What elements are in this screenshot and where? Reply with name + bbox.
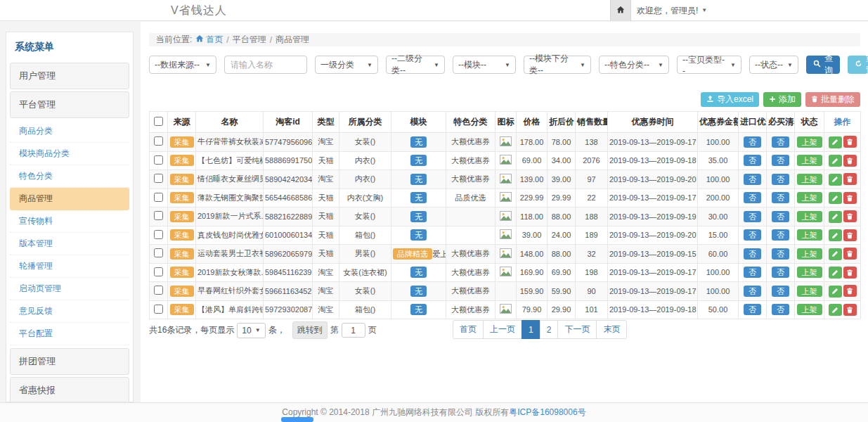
edit-button[interactable] <box>829 267 842 279</box>
icp-link[interactable]: 粤ICP备16098006号 <box>509 407 585 418</box>
delete-button[interactable] <box>843 192 857 204</box>
sidebar-item[interactable]: 意见反馈 <box>10 300 129 323</box>
row-checkbox[interactable] <box>154 155 163 165</box>
must-buy-toggle[interactable]: 否 <box>772 267 789 278</box>
row-checkbox[interactable] <box>154 193 163 202</box>
row-checkbox[interactable] <box>154 305 163 314</box>
delete-button[interactable] <box>843 267 857 279</box>
module-sub-category-select[interactable]: --模块下分类--▼ <box>524 56 591 74</box>
must-buy-toggle[interactable]: 否 <box>772 304 789 315</box>
edit-button[interactable] <box>829 304 842 316</box>
page-button[interactable]: 下一页 <box>557 320 597 339</box>
edit-button[interactable] <box>829 248 842 260</box>
status-button[interactable]: 上架 <box>797 155 822 166</box>
select-all-checkbox[interactable] <box>154 117 163 126</box>
sidebar-section[interactable]: 拼团管理 <box>10 348 129 375</box>
import-optimal-toggle[interactable]: 否 <box>744 192 761 203</box>
edit-button[interactable] <box>829 229 842 241</box>
reset-button[interactable]: 重置 <box>848 56 868 74</box>
level2-category-select[interactable]: --二级分类--▼ <box>386 56 445 74</box>
sidebar-item[interactable]: 启动页管理 <box>10 278 129 300</box>
must-buy-toggle[interactable]: 否 <box>772 286 789 297</box>
delete-button[interactable] <box>843 285 857 297</box>
delete-button[interactable] <box>843 304 857 316</box>
status-button[interactable]: 上架 <box>797 286 822 297</box>
page-button[interactable]: 末页 <box>596 320 627 339</box>
import-optimal-toggle[interactable]: 否 <box>744 155 761 166</box>
row-checkbox[interactable] <box>154 136 163 146</box>
jump-page-input[interactable] <box>342 323 365 338</box>
sidebar-item[interactable]: 商品管理 <box>10 188 129 210</box>
must-buy-toggle[interactable]: 否 <box>772 136 789 148</box>
sidebar-item[interactable]: 商品分类 <box>10 120 129 143</box>
sidebar-item[interactable]: 模块商品分类 <box>10 143 129 165</box>
breadcrumb-home-link[interactable]: 首页 <box>195 34 223 46</box>
import-optimal-toggle[interactable]: 否 <box>744 174 761 185</box>
import-optimal-toggle[interactable]: 否 <box>744 211 761 222</box>
edit-button[interactable] <box>829 155 842 167</box>
status-button[interactable]: 上架 <box>797 248 822 260</box>
sidebar-item[interactable]: 轮播管理 <box>10 255 129 278</box>
page-size-select[interactable]: 10 ▼ <box>237 323 265 338</box>
batch-delete-button[interactable]: 批量删除 <box>805 92 860 107</box>
delete-button[interactable] <box>843 229 857 241</box>
import-excel-button[interactable]: 导入excel <box>701 92 759 107</box>
level1-category-select[interactable]: 一级分类▼ <box>315 56 378 74</box>
delete-button[interactable] <box>843 136 857 148</box>
edit-button[interactable] <box>829 211 842 223</box>
status-button[interactable]: 上架 <box>797 267 822 278</box>
row-checkbox[interactable] <box>154 267 163 276</box>
delete-button[interactable] <box>843 210 857 222</box>
row-checkbox[interactable] <box>154 248 163 257</box>
status-button[interactable]: 上架 <box>797 174 822 185</box>
import-optimal-toggle[interactable]: 否 <box>744 304 761 315</box>
import-optimal-toggle[interactable]: 否 <box>744 267 761 278</box>
sidebar-item[interactable]: 版本管理 <box>10 233 129 255</box>
sidebar-section[interactable]: 平台管理 <box>10 91 129 118</box>
row-checkbox[interactable] <box>154 211 163 220</box>
must-buy-toggle[interactable]: 否 <box>772 192 789 203</box>
import-optimal-toggle[interactable]: 否 <box>744 286 761 297</box>
edit-button[interactable] <box>829 192 842 204</box>
row-checkbox[interactable] <box>154 286 163 295</box>
status-button[interactable]: 上架 <box>797 211 822 222</box>
edit-button[interactable] <box>829 174 842 186</box>
row-checkbox[interactable] <box>154 230 163 239</box>
page-button[interactable]: 上一页 <box>483 320 522 339</box>
jump-button[interactable]: 跳转到 <box>292 321 328 339</box>
sidebar-section[interactable]: 用户管理 <box>10 63 129 89</box>
import-optimal-toggle[interactable]: 否 <box>744 136 761 148</box>
must-buy-toggle[interactable]: 否 <box>772 229 789 241</box>
module-select[interactable]: --模块--▼ <box>453 56 516 74</box>
delete-button[interactable] <box>843 173 857 185</box>
name-search-input[interactable] <box>224 56 307 74</box>
must-buy-toggle[interactable]: 否 <box>772 155 789 166</box>
delete-button[interactable] <box>843 248 857 260</box>
page-button[interactable]: 首页 <box>453 320 484 339</box>
data-source-select[interactable]: --数据来源--▼ <box>149 56 216 74</box>
must-buy-toggle[interactable]: 否 <box>772 211 789 222</box>
edit-button[interactable] <box>829 286 842 298</box>
must-buy-toggle[interactable]: 否 <box>772 248 789 260</box>
sidebar-item[interactable]: 平台配置 <box>10 323 129 345</box>
home-button[interactable] <box>610 0 631 21</box>
status-button[interactable]: 上架 <box>797 229 822 241</box>
add-button[interactable]: 添加 <box>763 92 801 107</box>
sidebar-item[interactable]: 宣传物料 <box>10 210 129 233</box>
page-button[interactable]: 2 <box>540 320 559 339</box>
status-select[interactable]: --状态--▼ <box>749 56 798 74</box>
status-button[interactable]: 上架 <box>797 304 822 315</box>
page-button[interactable]: 1 <box>522 320 540 339</box>
must-buy-toggle[interactable]: 否 <box>772 174 789 185</box>
item-type-select[interactable]: --宝贝类型--▼ <box>677 56 741 74</box>
row-checkbox[interactable] <box>154 174 163 183</box>
import-optimal-toggle[interactable]: 否 <box>744 248 761 260</box>
sidebar-item[interactable]: 特色分类 <box>10 165 129 188</box>
user-menu[interactable]: 欢迎您，管理员! ▼ <box>637 0 707 21</box>
edit-button[interactable] <box>829 136 842 148</box>
import-optimal-toggle[interactable]: 否 <box>744 229 761 241</box>
status-button[interactable]: 上架 <box>797 136 822 148</box>
status-button[interactable]: 上架 <box>797 192 822 203</box>
sidebar-section[interactable]: 省惠快报 <box>10 377 129 402</box>
search-button[interactable]: 查询 <box>806 56 840 74</box>
